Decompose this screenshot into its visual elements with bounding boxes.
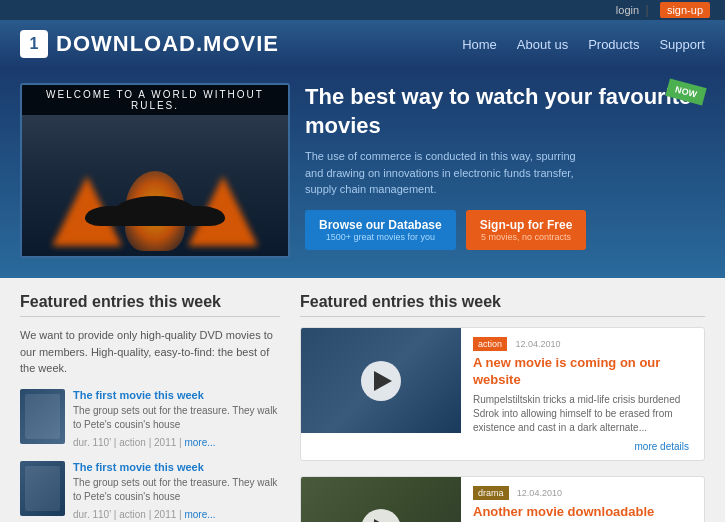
featured-title: A new movie is coming on our website — [473, 355, 694, 389]
signup-free-button[interactable]: Sign-up for Free 5 movies, no contracts — [466, 210, 587, 250]
genre-badge: action — [473, 337, 507, 351]
movie-meta-text: dur. 110' | action | 2011 | — [73, 509, 182, 520]
logo: 1 DOWNLOAD.MOVIE — [20, 30, 279, 58]
more-details-link[interactable]: more details — [473, 441, 694, 452]
browse-database-button[interactable]: Browse our Database 1500+ great movies f… — [305, 210, 456, 250]
top-signup-link[interactable]: sign-up — [660, 2, 710, 18]
movie-meta: dur. 110' | action | 2011 | more... — [73, 437, 216, 448]
featured-movie-info: drama 12.04.2010 Another movie downloada… — [473, 477, 704, 522]
featured-date: 12.04.2010 — [515, 339, 560, 349]
movie-more-link[interactable]: more... — [184, 437, 215, 448]
main-content: Featured entries this week We want to pr… — [0, 278, 725, 522]
divider: | — [645, 3, 648, 17]
movie-info: The first movie this week The group sets… — [73, 389, 280, 449]
featured-video-thumbnail — [301, 328, 461, 433]
nav-products[interactable]: Products — [588, 37, 639, 52]
table-row: action 12.04.2010 A new movie is coming … — [300, 327, 705, 461]
hero-section: Welcome To A World Without Rules. The be… — [0, 68, 725, 278]
hero-tagline: The best way to watch your favourite mov… — [305, 83, 705, 140]
table-row: drama 12.04.2010 Another movie downloada… — [300, 476, 705, 522]
right-column: Featured entries this week action 12.04.… — [300, 293, 705, 522]
movie-meta-text: dur. 110' | action | 2011 | — [73, 437, 182, 448]
play-button[interactable] — [361, 361, 401, 401]
movie-description: The group sets out for the treasure. The… — [73, 476, 280, 504]
movie-thumbnail — [20, 461, 65, 516]
signup-label: Sign-up for Free — [480, 218, 573, 232]
hero-description: The use of commerce is conducted in this… — [305, 148, 585, 198]
left-section-title: Featured entries this week — [20, 293, 280, 317]
logo-icon: 1 — [20, 30, 48, 58]
hero-movie-title: Welcome To A World Without Rules. — [22, 85, 288, 115]
hero-right-panel: The best way to watch your favourite mov… — [305, 83, 705, 258]
login-link[interactable]: login — [616, 4, 639, 16]
play-button[interactable] — [361, 509, 401, 522]
genre-badge: drama — [473, 486, 509, 500]
thumb-person — [25, 466, 60, 511]
featured-video-thumbnail — [301, 477, 461, 522]
movie-meta: dur. 110' | action | 2011 | more... — [73, 509, 216, 520]
logo-text: DOWNLOAD.MOVIE — [56, 31, 279, 57]
right-section-title: Featured entries this week — [300, 293, 705, 317]
thumb-person — [25, 394, 60, 439]
signup-sub-label: 5 movies, no contracts — [480, 232, 573, 242]
hero-buttons: Browse our Database 1500+ great movies f… — [305, 210, 705, 250]
featured-title: Another movie downloadable — [473, 504, 694, 521]
movie-more-link[interactable]: more... — [184, 509, 215, 520]
left-column: Featured entries this week We want to pr… — [20, 293, 280, 522]
featured-date: 12.04.2010 — [517, 488, 562, 498]
list-item: The first movie this week The group sets… — [20, 389, 280, 449]
bat-shape — [115, 196, 195, 226]
main-nav: Home About us Products Support — [462, 37, 705, 52]
header: 1 DOWNLOAD.MOVIE Home About us Products … — [0, 20, 725, 68]
featured-meta-row: action 12.04.2010 — [473, 336, 694, 351]
nav-about[interactable]: About us — [517, 37, 568, 52]
featured-meta-row: drama 12.04.2010 — [473, 485, 694, 500]
movie-description: The group sets out for the treasure. The… — [73, 404, 280, 432]
browse-sub-label: 1500+ great movies for you — [319, 232, 442, 242]
movie-thumbnail — [20, 389, 65, 444]
movie-title-link[interactable]: The first movie this week — [73, 461, 280, 473]
featured-description: Rumpelstiltskin tricks a mid-life crisis… — [473, 393, 694, 435]
browse-label: Browse our Database — [319, 218, 442, 232]
hero-movie-image: Welcome To A World Without Rules. — [20, 83, 290, 258]
hero-visual — [22, 115, 288, 256]
nav-support[interactable]: Support — [659, 37, 705, 52]
list-item: The first movie this week The group sets… — [20, 461, 280, 521]
featured-movie-info: action 12.04.2010 A new movie is coming … — [473, 328, 704, 460]
left-intro-text: We want to provide only high-quality DVD… — [20, 327, 280, 377]
movie-title-link[interactable]: The first movie this week — [73, 389, 280, 401]
nav-home[interactable]: Home — [462, 37, 497, 52]
play-icon — [374, 371, 392, 391]
movie-info: The first movie this week The group sets… — [73, 461, 280, 521]
top-bar: login | sign-up — [0, 0, 725, 20]
